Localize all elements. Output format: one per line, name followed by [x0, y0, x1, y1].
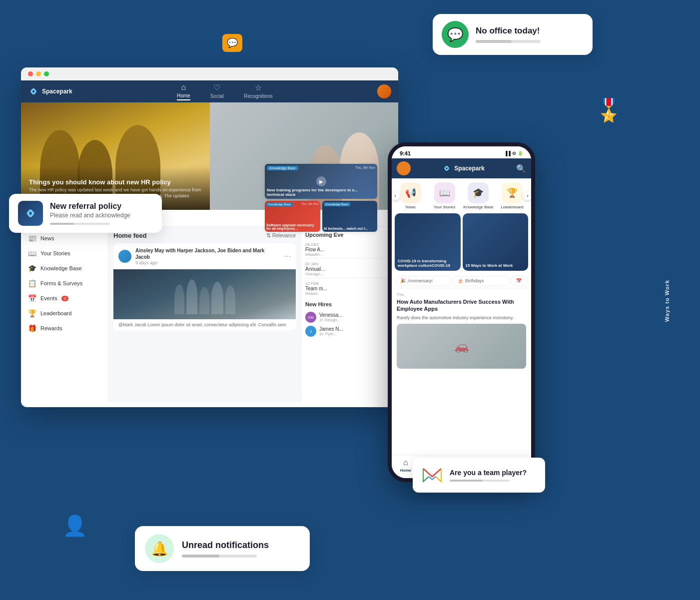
birthdays-chip[interactable]: 🎂 Birthdays — [453, 276, 509, 286]
post-more-icon[interactable]: ⋯ — [284, 252, 291, 260]
cat-prev-arrow[interactable]: ‹ — [391, 191, 400, 200]
user-avatar[interactable] — [377, 84, 391, 98]
referral-policy-card: New referral policy Please read and ackn… — [9, 194, 162, 233]
sidebar-item-your-stories[interactable]: 📖 Your Stories — [21, 246, 108, 261]
category-row: ‹ 📢 News 📖 Your Stories 🎓 Knowledge Base… — [392, 178, 531, 213]
nav-tab-home[interactable]: ⌂ Home — [177, 83, 190, 100]
leaderboard-icon: 🏆 — [28, 309, 36, 317]
phone-user-avatar[interactable] — [397, 161, 411, 175]
no-office-notification-card: 💬 No office today! — [433, 14, 593, 55]
no-office-title: No office today! — [476, 26, 541, 36]
feed-title: Home feed — [113, 232, 146, 239]
social-person-icon: 👤 — [62, 514, 87, 538]
stories-icon: 📖 — [28, 249, 36, 257]
kb-card-2: Knowledge Base Thu, 9th Nov Software upg… — [265, 201, 320, 232]
events-icon: 📅 — [28, 294, 36, 302]
feed-sort[interactable]: ⇅ Relevance — [266, 232, 296, 239]
phone-image-cards: COVID-19 is transforming workplace cultu… — [392, 213, 531, 274]
hire-item-1: VM Venessa... Jr. Design... — [305, 310, 394, 324]
close-dot[interactable] — [28, 71, 33, 76]
no-office-icon: 💬 — [442, 21, 469, 48]
medal-icon: 🎖️ — [595, 97, 623, 123]
event-item-1: 28 DEC Flow A... Mlaadth... — [305, 241, 394, 259]
article-desc: Rarely does the automotive industry expe… — [397, 315, 526, 321]
spacepark-logo-icon — [28, 86, 39, 97]
events-badge: 3 — [61, 296, 68, 301]
rewards-icon: 🎁 — [28, 324, 36, 332]
new-hires-title: New Hires — [305, 301, 394, 307]
browser-window: Spacepark ⌂ Home ♡ Social ☆ Recognitions — [21, 67, 398, 407]
nav-logo: Spacepark — [28, 86, 72, 97]
birthday-icon: 🎂 — [458, 278, 463, 283]
sidebar-item-events[interactable]: 📅 Events 3 — [21, 291, 108, 306]
sidebar-item-rewards[interactable]: 🎁 Rewards — [21, 321, 108, 336]
team-player-title: Are you a team player? — [450, 469, 527, 477]
knowledge-icon: 🎓 — [28, 264, 36, 272]
upcoming-events-title: Upcoming Eve — [305, 232, 394, 238]
referral-subtitle: Please read and acknowledge — [50, 212, 130, 219]
right-panel: Upcoming Eve 28 DEC Flow A... Mlaadth...… — [301, 227, 398, 402]
event-item-2: 02 JAN Annual... Chicago... — [305, 260, 394, 278]
post-author: Ainsley May with Harper Jackson, Joe Bid… — [135, 247, 280, 260]
cat-next-arrow[interactable]: › — [523, 191, 532, 200]
sidebar-item-forms[interactable]: 📋 Forms & Surveys — [21, 276, 108, 291]
article-meta: Thu, — [397, 292, 526, 297]
team-player-card: Are you a team player? — [413, 458, 545, 493]
unread-notifications-card: 🔔 Unread notifications — [135, 526, 310, 571]
unread-title: Unread notifications — [182, 540, 269, 551]
post-time: 9 days ago — [135, 260, 280, 265]
post-image — [113, 269, 296, 319]
post-avatar — [118, 250, 131, 263]
gmail-icon — [421, 464, 444, 487]
article-title: How Auto Manufacturers Drive Success Wit… — [397, 298, 526, 313]
phone-card-2[interactable]: 15 Ways to Work at Work — [463, 213, 529, 271]
mobile-phone: 9:41 ▐▐⊙🔋 Spacepark 🔍 ‹ 📢 News — [388, 142, 535, 482]
sidebar-item-knowledge-base[interactable]: 🎓 Knowledge Base — [21, 261, 108, 276]
kb-card-1: Knowledge Base Thu, 9th Nov ▶ New traini… — [265, 164, 377, 199]
calendar-chip[interactable]: 📅 — [511, 276, 527, 286]
kb-card-3: Knowledge Base AI technolo... watch out … — [322, 201, 378, 232]
app-nav: Spacepark ⌂ Home ♡ Social ☆ Recognitions — [21, 80, 398, 102]
phone-card-1[interactable]: COVID-19 is transforming workplace cultu… — [395, 213, 461, 271]
phone-status-bar: 9:41 ▐▐⊙🔋 — [392, 146, 531, 158]
category-knowledge-base[interactable]: 🎓 Knowledge Base — [462, 182, 496, 209]
anniversary-icon: 🎉 — [400, 278, 406, 283]
category-your-stories[interactable]: 📖 Your Stories — [428, 182, 462, 209]
sidebar-item-news[interactable]: 📰 News — [21, 231, 108, 246]
sidebar-item-leaderboard[interactable]: 🏆 Leaderboard — [21, 306, 108, 321]
post-body: @Mark Jacob Lorem ipsum dolor sit amet, … — [113, 319, 296, 330]
event-chips: 🎉 Anniversary! 🎂 Birthdays 📅 — [392, 274, 531, 288]
kb-cards-overlay: Knowledge Base Thu, 9th Nov ▶ New traini… — [265, 164, 377, 232]
feed-post: Ainsley May with Harper Jackson, Joe Bid… — [113, 243, 296, 330]
minimize-dot[interactable] — [36, 71, 41, 76]
nav-tab-recognitions[interactable]: ☆ Recognitions — [244, 83, 273, 100]
forms-icon: 📋 — [28, 279, 36, 287]
sidebar: 📰 News 📖 Your Stories 🎓 Knowledge Base 📋… — [21, 227, 108, 402]
article-image: 🚗 — [397, 324, 526, 369]
ways-to-work-label: Ways to Work — [664, 280, 670, 322]
hire-item-2: J James N... Sr. Pyth... — [305, 324, 394, 338]
feed-area: Home feed ⇅ Relevance Ainsley May with H… — [108, 227, 301, 402]
phone-app-nav: Spacepark 🔍 — [392, 158, 531, 178]
referral-spacepark-icon — [23, 206, 37, 220]
phone-article: Thu, How Auto Manufacturers Drive Succes… — [392, 288, 531, 373]
calendar-icon: 📅 — [516, 278, 522, 283]
referral-logo-icon — [18, 201, 43, 226]
news-icon: 📰 — [28, 234, 36, 242]
phone-search-icon[interactable]: 🔍 — [516, 164, 526, 173]
event-item-3: 12 FEB Team m... Webex — [305, 280, 394, 297]
anniversary-chip[interactable]: 🎉 Anniversary! — [396, 276, 451, 286]
nav-tab-social[interactable]: ♡ Social — [210, 83, 224, 100]
message-bubble: 💬 — [222, 34, 242, 52]
referral-title: New referral policy — [50, 202, 130, 211]
browser-chrome — [21, 67, 398, 80]
hero-title: Things you should know about new HR poli… — [29, 178, 202, 186]
unread-bell-icon: 🔔 — [145, 534, 174, 563]
phone-spacepark-logo — [442, 164, 451, 173]
maximize-dot[interactable] — [44, 71, 49, 76]
